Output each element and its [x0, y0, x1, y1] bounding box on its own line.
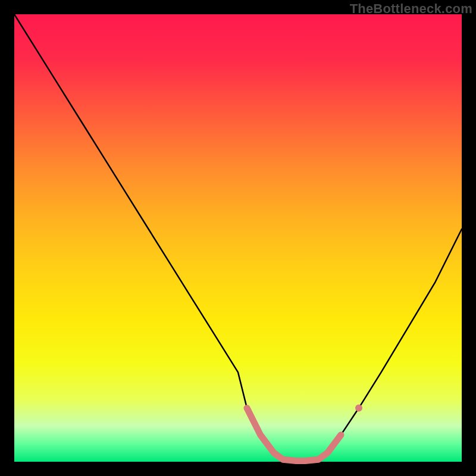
watermark-label: TheBottleneck.com [350, 1, 472, 17]
valley-floor-highlight [247, 408, 341, 461]
bottleneck-curve-path [14, 14, 462, 461]
bottleneck-curve-svg [14, 14, 462, 462]
gradient-plot-area [14, 14, 462, 462]
outer-frame: TheBottleneck.com [0, 0, 476, 476]
marker-dot [355, 405, 362, 412]
